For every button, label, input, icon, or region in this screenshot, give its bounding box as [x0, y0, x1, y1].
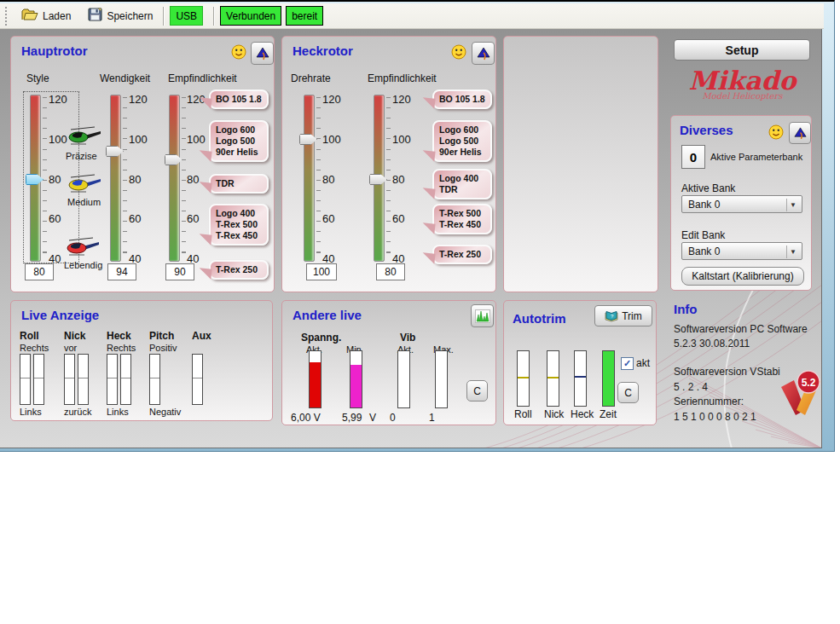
- trim-book-icon: ?: [605, 310, 618, 322]
- speichern-button[interactable]: Speichern: [84, 6, 157, 26]
- heck-empfindlichkeit-value-box[interactable]: 80: [376, 263, 405, 280]
- wendigkeit-slider-ticks: [123, 97, 127, 257]
- andere-live-title: Andere live: [293, 308, 362, 322]
- setup-button[interactable]: Setup: [674, 39, 810, 61]
- scale-label: 80: [129, 173, 156, 186]
- wizard-hat-icon: [255, 46, 270, 61]
- edit-bank-dropdown[interactable]: Bank 0 ▼: [681, 242, 802, 260]
- pc-software-version: 5.2.3 30.08.2011: [674, 338, 750, 350]
- lebendig-heli-icon: [66, 236, 101, 257]
- mikado-logo: Mikado Model Helicopters: [676, 68, 808, 101]
- vib-clear-button[interactable]: C: [466, 380, 488, 402]
- heli-preset-callout: T-Rex 250: [209, 260, 269, 280]
- style-mark-medium: Medium: [67, 197, 101, 207]
- laden-button[interactable]: Laden: [17, 6, 75, 26]
- wizard-button[interactable]: [251, 42, 274, 65]
- drehrate-slider-track[interactable]: [304, 95, 315, 262]
- aktive-parameterbank-value: 0: [681, 145, 705, 169]
- wizard-button[interactable]: [789, 122, 811, 144]
- spannung-akt-value: 6,00 V: [291, 412, 321, 424]
- channel-name: Pitch: [149, 330, 174, 342]
- style-column-label: Style: [26, 72, 49, 84]
- open-folder-icon: [21, 8, 38, 24]
- seriennummer-value: 1 5 1 0 0 0 8 0 2 1: [674, 411, 756, 423]
- andere-live-panel: Andere live Spanng. Vib Akt. Min Akt. Ma…: [281, 300, 496, 425]
- usb-status-badge: USB: [170, 6, 203, 26]
- smiley-icon: [451, 44, 466, 60]
- wendigkeit-slider-track[interactable]: [110, 95, 121, 262]
- spannung-label: Spanng.: [301, 332, 341, 344]
- hauptrotor-panel: Hauptrotor Style Wendigkeit Empfindlichk…: [10, 36, 275, 292]
- aktive-bank-dropdown[interactable]: Bank 0 ▼: [681, 195, 802, 213]
- speichern-label: Speichern: [107, 10, 153, 22]
- smiley-icon: [231, 44, 246, 60]
- toolbar-grip[interactable]: [5, 7, 10, 26]
- drehrate-column-label: Drehrate: [291, 72, 331, 84]
- heck-trim-mark: [575, 376, 586, 378]
- channel-name: Heck: [107, 330, 131, 342]
- empfindlichkeit-value-box[interactable]: 90: [165, 263, 194, 280]
- style-mark-lebendig: Lebendig: [64, 260, 102, 270]
- heli-preset-callout: T-Rex 500 T-Rex 450: [432, 204, 492, 234]
- nick-bar-2: [78, 354, 89, 405]
- channel-bottom-label: zurück: [64, 407, 91, 417]
- empfindlichkeit-slider-track[interactable]: [169, 95, 180, 262]
- praezise-heli-icon: [67, 125, 103, 146]
- channel-top-label: Rechts: [20, 343, 49, 353]
- vib-akt-value: 0: [390, 412, 396, 424]
- wizard-button[interactable]: [472, 42, 495, 65]
- channel-bottom-label: Links: [107, 407, 129, 417]
- wendigkeit-value-box[interactable]: 94: [107, 263, 136, 280]
- scale-label: 60: [129, 212, 156, 225]
- style-value-box[interactable]: 80: [25, 263, 54, 280]
- edit-bank-label: Edit Bank: [681, 229, 725, 241]
- app-window: Laden Speichern USB Verbunden bereit: [0, 0, 835, 452]
- chevron-down-icon: ▼: [786, 199, 799, 211]
- akt-checkbox[interactable]: ✓: [621, 357, 634, 370]
- style-slider-ticks: [43, 97, 47, 257]
- heli-preset-callout: BO 105 1.8: [209, 90, 269, 109]
- channel-bottom-label: Links: [20, 407, 42, 417]
- kaltstart-button[interactable]: Kaltstart (Kalibrierung): [681, 267, 804, 286]
- seriennummer-label: Seriennummer:: [674, 396, 744, 407]
- chevron-down-icon: ▼: [786, 246, 799, 258]
- info-title: Info: [674, 302, 698, 316]
- heli-preset-callout: Logo 400 T-Rex 500 T-Rex 450: [209, 204, 269, 246]
- roll-trim-bar: [517, 350, 530, 407]
- mikado-logo-name: Mikado: [676, 68, 808, 94]
- trim-label: Trim: [622, 310, 642, 322]
- histogram-button[interactable]: [471, 304, 494, 327]
- nick-trim-bar: [547, 350, 559, 407]
- scale-label: 60: [49, 212, 76, 225]
- scale-label: 120: [49, 93, 76, 106]
- vib-akt-bar: [397, 350, 410, 408]
- scale-label: 120: [392, 93, 420, 106]
- pitch-bar: [149, 354, 160, 405]
- style-mark-praezise: Präzise: [66, 151, 97, 161]
- scale-label: 60: [322, 212, 350, 225]
- roll-trim-mark: [518, 377, 529, 378]
- heli-preset-callout: BO 105 1.8: [432, 90, 492, 109]
- scale-label: 80: [392, 173, 420, 186]
- hauptrotor-title: Hauptrotor: [21, 43, 88, 58]
- heckrotor-panel: Heckrotor Drehrate Empfindlichkeit 120 1…: [281, 36, 496, 292]
- autotrim-title: Autotrim: [513, 311, 566, 326]
- medium-heli-icon: [67, 173, 103, 194]
- trim-button[interactable]: ? Trim: [594, 305, 652, 326]
- heckrotor-title: Heckrotor: [293, 43, 353, 58]
- drehrate-value-box[interactable]: 100: [306, 263, 337, 280]
- zeit-bar: [602, 350, 615, 407]
- empfindlichkeit-slider-ticks: [182, 97, 186, 257]
- laden-label: Laden: [43, 10, 71, 22]
- scale-label: 100: [392, 133, 420, 146]
- wizard-hat-icon: [793, 126, 808, 141]
- trim-clear-button[interactable]: C: [617, 382, 639, 403]
- spannung-akt-fill: [310, 362, 321, 407]
- spannung-min-fill: [350, 365, 362, 407]
- channel-name: Nick: [64, 330, 85, 342]
- channel-name: Roll: [20, 330, 39, 342]
- aktive-bank-label: Aktive Bank: [681, 182, 735, 194]
- toolbar: Laden Speichern USB Verbunden bereit: [0, 3, 824, 29]
- channel-top-label: vor: [64, 343, 77, 353]
- diverses-panel: Diverses 0 Aktive Parameterbank Aktive B…: [670, 115, 812, 291]
